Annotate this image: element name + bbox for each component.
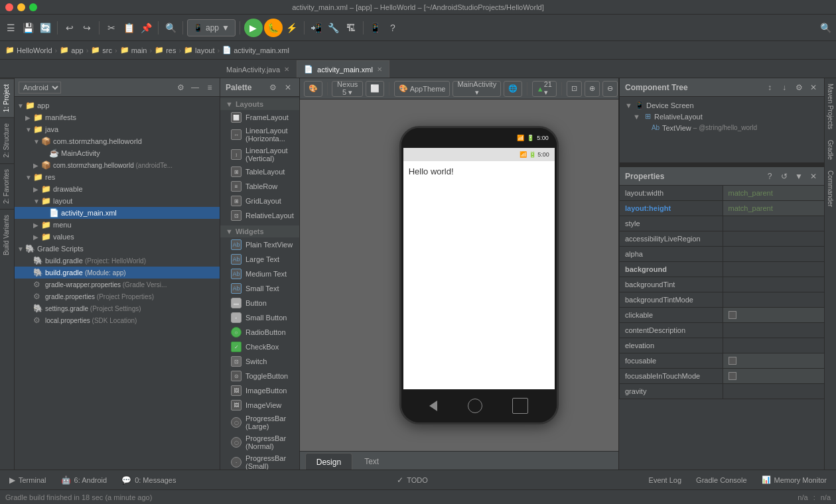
tree-item-activity-xml[interactable]: ▶ 📄 activity_main.xml — [15, 207, 220, 219]
prop-value-content-desc[interactable] — [723, 323, 825, 338]
palette-item-button[interactable]: ▬ Button — [220, 296, 299, 310]
api-level-selector[interactable]: ▲ 21 ▾ — [532, 81, 557, 97]
props-row-gravity[interactable]: gravity — [620, 384, 825, 399]
props-row-focusable-touch[interactable]: focusableInTouchMode — [620, 369, 825, 384]
breadcrumb-xml[interactable]: 📄 activity_main.xml — [222, 46, 289, 54]
prop-value-background[interactable] — [723, 262, 825, 277]
props-help-btn[interactable]: ? — [764, 170, 776, 182]
ct-device-screen[interactable]: ▼ 📱 Device Screen — [622, 99, 822, 111]
breadcrumb-app[interactable]: 📁 app — [60, 46, 83, 54]
palette-item-progressbar-large[interactable]: ◌ ProgressBar (Large) — [220, 412, 299, 432]
toolbar-cut-btn[interactable]: ✂ — [104, 20, 119, 36]
right-tab-commander[interactable]: Commander — [825, 165, 836, 212]
palette-item-relativelayout[interactable]: ⊡ RelativeLayout — [220, 208, 299, 223]
palette-item-switch[interactable]: ⊡ Switch — [220, 354, 299, 369]
sidebar-item-structure[interactable]: 2: Structure — [0, 117, 14, 163]
sidebar-item-build-variants[interactable]: Build Variants — [0, 209, 14, 261]
bottom-tab-todo[interactable]: ✓ TODO — [390, 472, 435, 489]
prop-value-alpha[interactable] — [723, 247, 825, 261]
props-row-alpha[interactable]: alpha — [620, 247, 825, 262]
run-button[interactable]: ▶ — [244, 19, 263, 37]
props-row-elevation[interactable]: elevation — [620, 338, 825, 353]
panel-gear-btn[interactable]: ≡ — [204, 82, 216, 94]
tree-item-gradle-scripts[interactable]: ▼ 🐘 Gradle Scripts — [15, 243, 220, 255]
breadcrumb-main[interactable]: 📁 main — [120, 46, 147, 54]
attach-debugger-btn[interactable]: ⚡ — [284, 20, 300, 36]
prop-value-clickable[interactable] — [723, 308, 825, 322]
props-filter-btn[interactable]: ▼ — [793, 170, 805, 182]
minimize-button[interactable] — [17, 3, 25, 11]
palette-item-small-text[interactable]: Ab Small Text — [220, 281, 299, 296]
prop-value-layout-height[interactable]: match_parent — [723, 201, 825, 216]
toolbar-save-btn[interactable]: 💾 — [20, 20, 36, 36]
breadcrumb-helloworld[interactable]: 📁 HelloWorld — [5, 46, 52, 54]
palette-item-medium-text[interactable]: Ab Medium Text — [220, 267, 299, 281]
ct-close-btn[interactable]: ✕ — [807, 82, 819, 94]
tree-item-build-gradle-module[interactable]: ▶ 🐘 build.gradle (Module: app) — [15, 267, 220, 279]
focusable-checkbox[interactable] — [729, 357, 736, 365]
toolbar-undo-btn[interactable]: ↩ — [62, 20, 78, 36]
zoom-out-btn[interactable]: ⊖ — [602, 81, 618, 97]
props-close-btn[interactable]: ✕ — [807, 170, 819, 182]
props-row-background-tint[interactable]: backgroundTint — [620, 277, 825, 292]
zoom-fit-btn[interactable]: ⊡ — [567, 81, 582, 97]
palette-settings-btn[interactable]: ⚙ — [267, 82, 279, 94]
tree-item-build-gradle-project[interactable]: ▶ 🐘 build.gradle (Project: HelloWorld) — [15, 255, 220, 267]
tree-item-pkg2[interactable]: ▶ 📦 com.stormzhang.helloworld (androidTe… — [15, 159, 220, 171]
tab-mainactivity[interactable]: MainActivity.java ✕ — [219, 60, 297, 78]
tab-text[interactable]: Text — [354, 453, 389, 470]
activity-selector[interactable]: MainActivity ▾ — [453, 81, 501, 97]
prop-value-focusable-touch[interactable] — [723, 369, 825, 383]
tree-item-mainactivity[interactable]: ▶ ☕ MainActivity — [15, 147, 220, 159]
bottom-tab-gradle-console[interactable]: Gradle Console — [689, 472, 753, 489]
tree-item-drawable[interactable]: ▶ 📁 drawable — [15, 183, 220, 195]
bottom-tab-eventlog[interactable]: Event Log — [642, 472, 689, 489]
recents-nav-btn[interactable] — [512, 398, 528, 414]
palette-item-gridlayout[interactable]: ⊞ GridLayout — [220, 194, 299, 208]
palette-item-imagebutton[interactable]: 🖼 ImageButton — [220, 383, 299, 398]
home-nav-btn[interactable] — [468, 399, 482, 413]
props-row-background-tintmode[interactable]: backgroundTintMode — [620, 292, 825, 308]
palette-item-tablerow[interactable]: ≡ TableRow — [220, 179, 299, 194]
tab-mainactivity-close[interactable]: ✕ — [284, 66, 289, 73]
tree-item-local-props[interactable]: ▶ ⚙ local.properties (SDK Location) — [15, 314, 220, 326]
palette-item-imageview[interactable]: 🖼 ImageView — [220, 398, 299, 412]
tree-item-app[interactable]: ▼ 📁 app — [15, 99, 220, 111]
tab-activitymain[interactable]: 📄 activity_main.xml ✕ — [297, 60, 389, 78]
palette-section-layouts-header[interactable]: ▼ Layouts — [220, 98, 299, 110]
palette-item-checkbox[interactable]: ✓ CheckBox — [220, 340, 299, 354]
help-btn[interactable]: ? — [385, 20, 401, 36]
bottom-tab-android[interactable]: 🤖 6: Android — [54, 472, 114, 489]
avd-manager-btn[interactable]: 📲 — [309, 20, 324, 36]
theme-selector[interactable]: 🎨 AppTheme — [394, 81, 451, 97]
canvas-palette-btn[interactable]: 🎨 — [304, 81, 322, 97]
prop-value-layout-width[interactable]: match_parent — [723, 186, 825, 200]
prop-value-bg-tintmode[interactable] — [723, 292, 825, 307]
palette-item-radiobutton[interactable]: ○ RadioButton — [220, 325, 299, 340]
ct-relativelayout[interactable]: ▼ ⊞ RelativeLayout — [630, 111, 822, 122]
prop-value-elevation[interactable] — [723, 338, 825, 353]
palette-item-framelayout[interactable]: ⬜ FrameLayout — [220, 110, 299, 125]
orientation-btn[interactable]: ⬜ — [366, 81, 384, 97]
panel-settings-btn[interactable]: ⚙ — [174, 82, 186, 94]
back-nav-btn[interactable] — [429, 401, 437, 411]
props-row-focusable[interactable]: focusable — [620, 353, 825, 369]
prop-value-bg-tint[interactable] — [723, 277, 825, 292]
bottom-tab-terminal[interactable]: ▶ Terminal — [3, 472, 53, 489]
toolbar-sync-btn[interactable]: 🔄 — [37, 20, 53, 36]
project-view-selector[interactable]: Android Project — [19, 82, 61, 94]
maximize-button[interactable] — [29, 3, 37, 11]
prop-value-accessibility[interactable] — [723, 231, 825, 246]
debug-button[interactable]: 🐛 — [264, 19, 283, 37]
toolbar-copy-btn[interactable]: 📋 — [121, 20, 137, 36]
palette-close-btn[interactable]: ✕ — [282, 82, 294, 94]
tree-item-java[interactable]: ▼ 📁 java — [15, 123, 220, 135]
toolbar-find-btn[interactable]: 🔍 — [163, 20, 178, 36]
tree-item-manifests[interactable]: ▶ 📁 manifests — [15, 111, 220, 123]
panel-collapse-btn[interactable]: — — [189, 82, 201, 94]
props-row-layout-width[interactable]: layout:width match_parent — [620, 186, 825, 201]
toolbar-menu-btn[interactable]: ☰ — [3, 20, 19, 36]
prop-value-style[interactable] — [723, 216, 825, 231]
ct-settings-btn[interactable]: ⚙ — [793, 82, 805, 94]
tab-activitymain-close[interactable]: ✕ — [377, 66, 382, 73]
